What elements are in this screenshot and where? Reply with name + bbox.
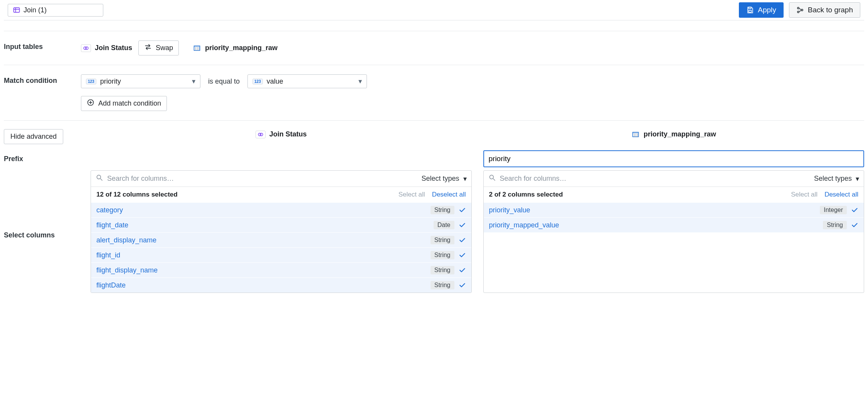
select-columns-label: Select columns [4,170,79,293]
right-deselect-all[interactable]: Deselect all [824,191,858,198]
swap-icon [144,43,152,53]
column-name: alert_display_name [96,236,156,244]
column-row[interactable]: flight_display_nameString [91,262,471,277]
match-right-field-value: value [267,77,283,86]
hide-advanced-label: Hide advanced [10,133,57,141]
column-type-badge: Date [434,221,454,229]
check-icon [458,281,466,289]
right-panel-title: priority_mapping_raw [644,130,716,138]
column-type-badge: String [431,236,454,244]
column-type-badge: String [431,266,454,274]
column-row[interactable]: flight_idString [91,247,471,262]
column-name: priority_mapped_value [489,221,559,229]
right-columns-panel: Search for columns… Select types ▾ 2 of … [483,170,865,293]
column-row[interactable]: flightDateString [91,277,471,293]
svg-rect-4 [749,10,752,12]
svg-point-27 [97,175,101,179]
select-types-label: Select types [421,175,459,183]
save-icon [746,6,754,14]
match-left-field-value: priority [100,77,121,86]
check-icon [458,221,466,229]
check-icon [458,266,466,274]
svg-line-28 [101,179,103,181]
column-name: flight_id [96,251,120,259]
column-row[interactable]: priority_valueInteger [484,202,864,217]
match-right-field-select[interactable]: 123 value ▾ [247,74,367,88]
check-icon [851,206,858,214]
column-name: category [96,206,123,214]
column-row[interactable]: flight_dateDate [91,217,471,232]
back-to-graph-button[interactable]: Back to graph [789,2,860,18]
column-name: flightDate [96,281,126,289]
node-title-pill[interactable]: Join (1) [8,4,103,17]
left-table-name: Join Status [95,44,132,52]
chevron-down-icon: ▾ [358,77,362,86]
chevron-down-icon: ▾ [856,175,859,183]
svg-line-30 [493,179,495,181]
chevron-down-icon: ▾ [192,77,195,86]
left-columns-panel: Search for columns… Select types ▾ 12 of… [91,170,472,293]
plus-circle-icon [87,99,94,108]
right-select-all[interactable]: Select all [791,191,818,198]
search-icon [96,174,103,183]
check-icon [458,206,466,214]
layers-icon [81,44,91,52]
number-type-icon: 123 [86,79,96,84]
left-panel-title: Join Status [269,130,307,138]
match-left-field-select[interactable]: 123 priority ▾ [81,74,200,88]
swap-button[interactable]: Swap [138,40,179,55]
columns-section: Hide advanced Join Status priority_mappi… [4,121,864,293]
right-column-list[interactable]: priority_valueIntegerpriority_mapped_val… [484,202,864,232]
column-name: priority_value [489,206,530,214]
right-select-types[interactable]: Select types ▾ [814,175,859,183]
right-prefix-input[interactable] [483,150,865,167]
right-count-label: 2 of 2 columns selected [489,191,563,198]
check-icon [851,221,858,229]
column-type-badge: String [431,206,454,214]
svg-point-29 [490,175,493,179]
prefix-label: Prefix [4,144,79,170]
hide-advanced-button[interactable]: Hide advanced [4,129,63,144]
left-deselect-all[interactable]: Deselect all [432,191,466,198]
svg-rect-0 [14,8,20,12]
chevron-down-icon: ▾ [463,175,467,183]
left-select-types[interactable]: Select types ▾ [421,175,466,183]
right-table-chip[interactable]: priority_mapping_raw [193,44,278,52]
add-match-condition-button[interactable]: Add match condition [81,96,167,111]
column-name: flight_date [96,221,128,229]
svg-rect-3 [749,7,751,9]
number-type-icon: 123 [252,79,263,84]
back-label: Back to graph [808,6,853,14]
svg-line-9 [799,10,801,12]
check-icon [458,251,466,259]
column-type-badge: String [823,221,847,229]
svg-rect-23 [632,132,638,133]
column-row[interactable]: alert_display_nameString [91,232,471,247]
left-select-all[interactable]: Select all [399,191,425,198]
node-title: Join (1) [24,6,47,14]
swap-label: Swap [156,44,173,52]
right-search-input[interactable]: Search for columns… [500,175,567,183]
dataset-icon [193,44,201,52]
column-type-badge: Integer [820,206,847,214]
add-match-label: Add match condition [98,99,161,108]
svg-rect-13 [194,46,200,47]
left-panel-header: Join Status [91,129,472,144]
column-row[interactable]: priority_mapped_valueString [484,217,864,232]
svg-line-8 [799,8,801,10]
right-panel-header: priority_mapping_raw [483,129,865,144]
match-condition-label: Match condition [4,74,77,111]
search-icon [488,174,496,183]
column-row[interactable]: categoryString [91,202,471,217]
match-relation-text: is equal to [208,77,240,86]
column-name: flight_display_name [96,266,158,274]
left-table-chip[interactable]: Join Status [81,44,132,52]
check-icon [458,236,466,244]
left-column-list[interactable]: categoryStringflight_dateDatealert_displ… [91,202,471,293]
left-search-input[interactable]: Search for columns… [107,175,174,183]
match-condition-section: Match condition 123 priority ▾ is equal … [4,65,864,121]
svg-point-21 [260,133,263,136]
left-count-label: 12 of 12 columns selected [96,191,178,198]
apply-button[interactable]: Apply [739,2,784,18]
right-table-name: priority_mapping_raw [205,44,278,52]
